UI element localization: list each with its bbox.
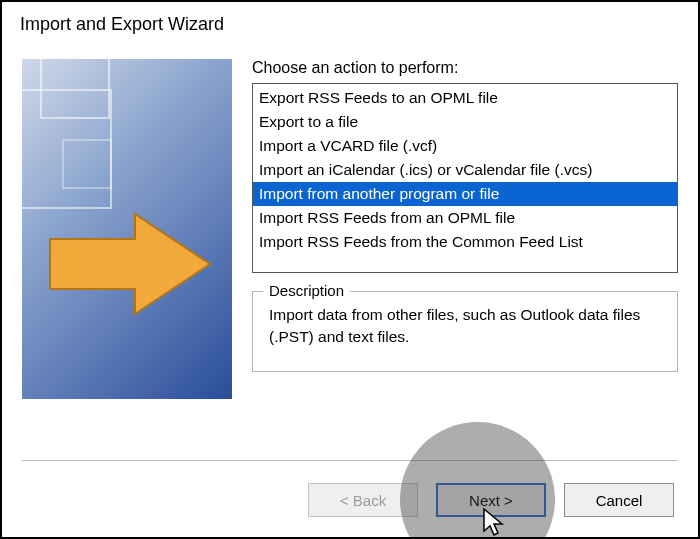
arrow-icon [40, 204, 220, 324]
list-item[interactable]: Import a VCARD file (.vcf) [253, 134, 677, 158]
back-button: < Back [308, 483, 418, 517]
separator [22, 460, 678, 461]
wizard-buttons: < Back Next > Cancel [308, 483, 674, 517]
description-group: Description Import data from other files… [252, 291, 678, 372]
list-item[interactable]: Import RSS Feeds from the Common Feed Li… [253, 230, 677, 254]
list-item[interactable]: Import an iCalendar (.ics) or vCalendar … [253, 158, 677, 182]
window-title: Import and Export Wizard [2, 2, 698, 35]
wizard-illustration [22, 59, 232, 399]
action-listbox[interactable]: Export RSS Feeds to an OPML file Export … [252, 83, 678, 273]
list-item[interactable]: Import from another program or file [253, 182, 677, 206]
list-item[interactable]: Import RSS Feeds from an OPML file [253, 206, 677, 230]
cancel-button[interactable]: Cancel [564, 483, 674, 517]
click-highlight [400, 422, 555, 539]
wizard-content: Choose an action to perform: Export RSS … [2, 35, 698, 399]
list-item[interactable]: Export RSS Feeds to an OPML file [253, 86, 677, 110]
description-text: Import data from other files, such as Ou… [269, 304, 661, 349]
svg-marker-0 [50, 214, 210, 314]
next-button[interactable]: Next > [436, 483, 546, 517]
action-prompt: Choose an action to perform: [252, 59, 678, 77]
list-item[interactable]: Export to a file [253, 110, 677, 134]
description-legend: Description [263, 282, 350, 299]
